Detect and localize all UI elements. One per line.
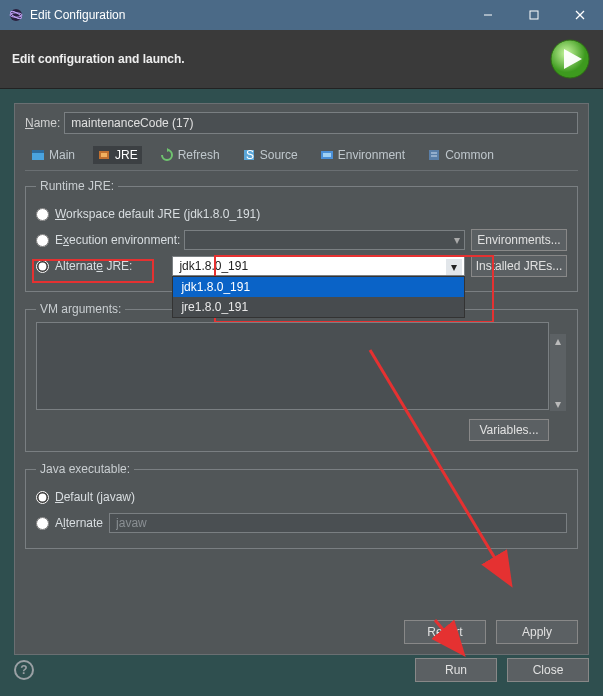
common-tab-icon (427, 148, 441, 162)
workspace-default-label: Workspace default JRE (jdk1.8.0_191) (55, 207, 260, 221)
name-input[interactable] (64, 112, 578, 134)
refresh-tab-icon (160, 148, 174, 162)
alternate-exec-label: Alternate (55, 516, 103, 530)
dropdown-option[interactable]: jdk1.8.0_191 (173, 277, 464, 297)
tab-refresh[interactable]: Refresh (156, 146, 224, 164)
alternate-jre-dropdown-list: jdk1.8.0_191 jre1.8.0_191 (172, 276, 465, 318)
execution-env-combo[interactable]: ▾ (184, 230, 465, 250)
scrollbar[interactable]: ▴ ▾ (550, 334, 566, 411)
minimize-button[interactable] (465, 0, 511, 30)
tab-label: Refresh (178, 148, 220, 162)
svg-rect-17 (323, 153, 331, 157)
run-button[interactable]: Run (415, 658, 497, 682)
source-tab-icon: S (242, 148, 256, 162)
vm-arguments-legend: VM arguments: (36, 302, 125, 316)
help-icon[interactable]: ? (14, 660, 34, 680)
window-title: Edit Configuration (30, 8, 465, 22)
tab-main[interactable]: Main (27, 146, 79, 164)
environment-tab-icon (320, 148, 334, 162)
tab-label: Environment (338, 148, 405, 162)
run-icon (549, 38, 591, 80)
name-label: Name: (25, 116, 60, 130)
tab-label: Common (445, 148, 494, 162)
svg-rect-10 (32, 150, 44, 153)
svg-text:S: S (246, 148, 254, 162)
default-javaw-radio[interactable] (36, 491, 49, 504)
scroll-down-icon: ▾ (551, 397, 565, 411)
main-tab-icon (31, 148, 45, 162)
tab-environment[interactable]: Environment (316, 146, 409, 164)
apply-button[interactable]: Apply (496, 620, 578, 644)
tab-jre[interactable]: JRE (93, 146, 142, 164)
java-executable-group: Java executable: Default (javaw) Alterna… (25, 462, 578, 549)
chevron-down-icon: ▾ (454, 233, 460, 247)
eclipse-icon (8, 7, 24, 23)
revert-button[interactable]: Revert (404, 620, 486, 644)
environments-button[interactable]: Environments... (471, 229, 567, 251)
dropdown-option[interactable]: jre1.8.0_191 (173, 297, 464, 317)
svg-rect-18 (429, 150, 439, 160)
tab-label: Source (260, 148, 298, 162)
vm-arguments-group: VM arguments: ▴ ▾ Variables... (25, 302, 578, 452)
jre-tab-icon (97, 148, 111, 162)
tab-common[interactable]: Common (423, 146, 498, 164)
tab-label: JRE (115, 148, 138, 162)
tab-label: Main (49, 148, 75, 162)
workspace-default-radio[interactable] (36, 208, 49, 221)
annotation-box (32, 259, 154, 283)
close-window-button[interactable]: Close (507, 658, 589, 682)
title-bar: Edit Configuration (0, 0, 603, 30)
alternate-exec-input[interactable] (109, 513, 567, 533)
variables-button[interactable]: Variables... (469, 419, 549, 441)
dialog-header: Edit configuration and launch. (0, 30, 603, 89)
execution-env-label: Execution environment: (55, 233, 180, 247)
scroll-up-icon: ▴ (551, 334, 565, 348)
close-button[interactable] (557, 0, 603, 30)
svg-rect-12 (101, 153, 107, 157)
execution-env-radio[interactable] (36, 234, 49, 247)
runtime-jre-legend: Runtime JRE: (36, 179, 118, 193)
maximize-button[interactable] (511, 0, 557, 30)
runtime-jre-group: Runtime JRE: Workspace default JRE (jdk1… (25, 179, 578, 292)
dialog-heading: Edit configuration and launch. (12, 52, 549, 66)
svg-rect-4 (530, 11, 538, 19)
config-panel: Name: Main JRE Refresh S Source Environm… (14, 103, 589, 655)
tab-source[interactable]: S Source (238, 146, 302, 164)
vm-arguments-textarea[interactable] (36, 322, 549, 410)
alternate-exec-radio[interactable] (36, 517, 49, 530)
default-javaw-label: Default (javaw) (55, 490, 135, 504)
java-executable-legend: Java executable: (36, 462, 134, 476)
tab-bar: Main JRE Refresh S Source Environment Co… (25, 142, 578, 171)
